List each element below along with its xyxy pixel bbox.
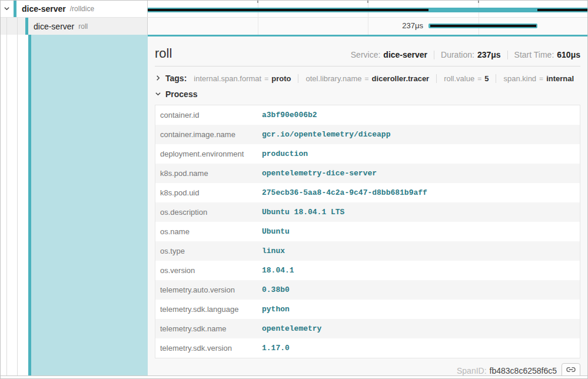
detail-indent-rail <box>1 35 148 375</box>
process-value-cell: opentelemetry-dice-server <box>262 169 580 178</box>
process-table-row: os.version 18.04.1 <box>155 261 580 280</box>
tag-equals: = <box>264 75 268 83</box>
service-name: dice-server <box>34 22 74 31</box>
tag-item: roll.value = 5 <box>436 74 489 83</box>
process-table-row: container.id a3bf90e006b2 <box>155 105 580 125</box>
tag-equals: = <box>365 75 369 83</box>
copy-span-link-button[interactable] <box>562 363 580 375</box>
tag-equals: = <box>539 75 543 83</box>
chevron-right-icon <box>155 73 161 84</box>
process-key-cell: container.image.name <box>155 130 262 139</box>
timeline-tick <box>478 1 479 3</box>
process-accordion[interactable]: Process <box>155 88 580 101</box>
service-color-stripe <box>25 18 28 35</box>
operation-name: roll <box>78 22 88 31</box>
process-value-cell: 0.38b0 <box>262 285 580 294</box>
process-key-cell: k8s.pod.uid <box>155 188 262 197</box>
span-detail-row: roll Service: dice-server Duration: 237μ… <box>1 35 587 376</box>
process-table-row: k8s.pod.uid 275ecb36-5aa8-4c2a-9c47-d8bb… <box>155 183 580 202</box>
timeline-cell-roll: 237μs <box>148 18 587 35</box>
span-overview-meta: Service: dice-server Duration: 237μs Sta… <box>351 50 580 59</box>
service-label: Service: <box>351 50 381 59</box>
span-operation-title: roll <box>155 46 172 61</box>
process-table-row: telemetry.sdk.name opentelemetry <box>155 319 580 338</box>
tag-key: span.kind <box>503 74 536 83</box>
process-key-cell: os.description <box>155 208 262 217</box>
process-table-row: telemetry.sdk.version 1.17.0 <box>155 338 580 358</box>
start-time-label: Start Time: <box>514 50 554 59</box>
duration-label: Duration: <box>441 50 474 59</box>
tag-item: span.kind = internal <box>496 74 574 83</box>
chevron-down-icon <box>4 4 10 14</box>
tag-value: 5 <box>484 74 489 83</box>
operation-name: /rolldice <box>70 5 94 13</box>
timeline-tick <box>257 1 258 3</box>
chevron-down-icon <box>155 89 161 99</box>
process-key-cell: telemetry.sdk.name <box>155 324 262 333</box>
process-key-cell: telemetry.sdk.language <box>155 305 262 314</box>
critical-path-segment <box>537 9 587 11</box>
indent-guide <box>17 35 18 375</box>
link-icon <box>566 365 576 376</box>
span-duration-label: 237μs <box>148 18 423 34</box>
process-key-cell: deployment.environment <box>155 149 262 158</box>
span-row-roll: dice-server roll 237μs <box>1 18 587 35</box>
selected-span-highlight <box>31 35 148 375</box>
process-key-cell: os.version <box>155 266 262 275</box>
process-value-cell: 1.17.0 <box>262 344 580 353</box>
service-name: dice-server <box>22 4 66 14</box>
process-value-cell: linux <box>262 247 580 255</box>
span-detail-header: roll Service: dice-server Duration: 237μ… <box>155 36 580 67</box>
span-bar-rolldice[interactable] <box>148 8 587 12</box>
process-label: Process <box>165 89 197 99</box>
process-value-cell: 18.04.1 <box>262 266 580 275</box>
process-value-cell: a3bf90e006b2 <box>262 111 580 119</box>
service-color-stripe <box>14 1 16 17</box>
span-name-cell-rolldice[interactable]: dice-server /rolldice <box>1 1 148 17</box>
tags-summary: internal.span.format = proto otel.librar… <box>194 74 574 83</box>
tag-key: roll.value <box>444 74 474 83</box>
spanid-value: fb483c8c6258f6c5 <box>490 366 557 375</box>
process-table-row: container.image.name gcr.io/opentelemetr… <box>155 125 580 144</box>
critical-path-segment <box>148 9 428 11</box>
tags-accordion[interactable]: Tags: internal.span.format = proto otel.… <box>155 71 580 85</box>
process-value-cell: gcr.io/opentelemetry/diceapp <box>262 130 580 139</box>
process-table-row: os.type linux <box>155 241 580 261</box>
critical-path-segment <box>430 25 536 27</box>
process-table-row: telemetry.sdk.language python <box>155 300 580 319</box>
tag-value: diceroller.tracer <box>372 74 430 83</box>
span-detail-footer: SpanID: fb483c8c6258f6c5 <box>155 363 580 375</box>
process-key-cell: k8s.pod.name <box>155 169 262 178</box>
meta-divider <box>507 51 508 59</box>
meta-divider <box>434 51 434 59</box>
process-value-cell: opentelemetry <box>262 324 580 333</box>
collapse-span-button[interactable] <box>1 4 12 14</box>
timeline-tick <box>367 1 368 3</box>
indent-guide <box>17 18 18 35</box>
process-table-row: os.description Ubuntu 18.04.1 LTS <box>155 202 580 222</box>
span-row-rolldice: dice-server /rolldice <box>1 1 587 18</box>
process-key-cell: os.type <box>155 247 262 255</box>
indent-guide <box>6 35 7 375</box>
timeline-cell-rolldice <box>148 1 587 17</box>
duration-value: 237μs <box>477 50 501 59</box>
indent-guide <box>6 18 7 35</box>
process-key-cell: container.id <box>155 111 262 119</box>
service-value: dice-server <box>383 50 427 59</box>
span-bar-roll[interactable] <box>428 24 537 28</box>
span-detail-panel: roll Service: dice-server Duration: 237μ… <box>148 35 587 375</box>
process-key-cell: telemetry.auto.version <box>155 285 262 294</box>
process-key-cell: os.name <box>155 227 262 236</box>
tags-label: Tags: <box>165 74 187 83</box>
tag-key: internal.span.format <box>194 74 261 83</box>
process-value-cell: production <box>262 149 580 158</box>
start-time-value: 610μs <box>557 50 580 59</box>
tag-key: otel.library.name <box>305 74 361 83</box>
tag-value: proto <box>271 74 291 83</box>
tag-value: internal <box>546 74 574 83</box>
trace-timeline-view: dice-server /rolldice dice-server roll <box>0 0 588 379</box>
span-name-cell-roll[interactable]: dice-server roll <box>1 18 148 35</box>
process-kv-table: container.id a3bf90e006b2 container.imag… <box>155 105 580 358</box>
spanid-label: SpanID: <box>457 366 487 375</box>
process-table-row: telemetry.auto.version 0.38b0 <box>155 280 580 300</box>
